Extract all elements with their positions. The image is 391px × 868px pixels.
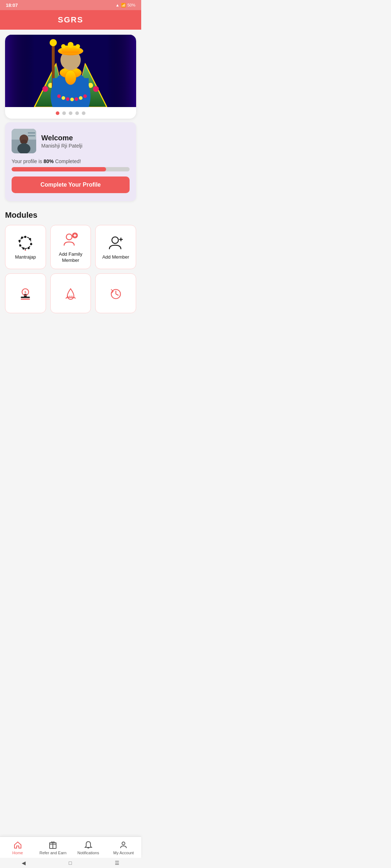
svg-point-43	[24, 236, 26, 238]
dot-3[interactable]	[69, 111, 72, 115]
svg-point-49	[18, 240, 21, 242]
welcome-text: Welcome	[41, 134, 83, 142]
status-icons: ▲ 📶 50%	[115, 3, 135, 8]
deity-illustration	[5, 35, 136, 107]
module-add-member[interactable]: Add Member	[95, 225, 136, 269]
profile-completion-text: Your profile is 80% Completed!	[12, 158, 130, 164]
svg-rect-1	[5, 35, 34, 107]
coin-icon: $	[18, 287, 33, 301]
mala-icon	[17, 235, 33, 251]
svg-point-20	[65, 70, 76, 85]
svg-point-31	[70, 98, 74, 101]
module-water[interactable]	[50, 273, 91, 313]
modules-grid-row1: Mantrajap Add Family Member	[5, 225, 136, 269]
profile-info: Welcome Manishji Rji Patelji	[41, 134, 83, 149]
progress-bar-fill	[12, 167, 106, 171]
banner-pagination	[5, 107, 136, 119]
svg-point-57	[112, 237, 118, 243]
svg-point-7	[42, 86, 48, 92]
add-family-icon	[63, 232, 79, 248]
clock-icon	[109, 287, 123, 301]
svg-point-53	[66, 234, 72, 240]
svg-point-24	[68, 42, 73, 48]
user-name: Manishji Rji Patelji	[41, 143, 83, 149]
add-member-label: Add Member	[102, 254, 129, 260]
module-mantrajap[interactable]: Mantrajap	[5, 225, 46, 269]
svg-point-46	[28, 247, 30, 249]
avatar	[12, 129, 36, 153]
dot-5[interactable]	[82, 111, 85, 115]
dot-2[interactable]	[62, 111, 66, 115]
svg-point-26	[76, 44, 80, 48]
add-member-icon	[108, 235, 124, 251]
svg-point-34	[83, 94, 87, 98]
svg-point-44	[29, 238, 31, 240]
signal-icon: 📶	[121, 3, 126, 8]
app-header: SGRS	[0, 10, 141, 30]
svg-point-29	[62, 96, 65, 100]
main-content: Welcome Manishji Rji Patelji Your profil…	[0, 35, 141, 346]
mantrajap-label: Mantrajap	[15, 254, 36, 260]
svg-point-48	[19, 244, 21, 247]
svg-point-11	[93, 86, 99, 92]
progress-bar	[12, 167, 130, 171]
complete-profile-button[interactable]: Complete Your Profile	[12, 176, 130, 193]
add-family-member-label: Add Family Member	[54, 251, 88, 264]
wifi-icon: ▲	[115, 3, 119, 7]
svg-rect-41	[28, 135, 35, 136]
svg-point-30	[66, 97, 70, 101]
svg-point-25	[61, 44, 66, 48]
module-donation[interactable]: $	[5, 273, 46, 313]
svg-text:$: $	[25, 290, 26, 294]
dot-1[interactable]	[56, 111, 59, 115]
svg-point-47	[22, 247, 25, 250]
svg-rect-40	[28, 132, 35, 133]
svg-point-33	[79, 96, 83, 100]
water-icon	[63, 287, 78, 301]
profile-card: Welcome Manishji Rji Patelji Your profil…	[5, 122, 136, 201]
svg-rect-64	[21, 299, 30, 300]
svg-point-50	[21, 237, 23, 239]
battery-icon: 50%	[127, 3, 135, 7]
modules-section: Modules	[0, 205, 141, 317]
svg-point-32	[75, 97, 78, 101]
svg-point-16	[50, 39, 57, 46]
banner-card	[5, 35, 136, 119]
svg-line-71	[116, 294, 118, 295]
svg-point-28	[57, 94, 61, 98]
modules-grid-row2: $	[5, 273, 136, 313]
svg-point-45	[30, 243, 32, 245]
module-history[interactable]	[95, 273, 136, 313]
app-title: SGRS	[58, 15, 83, 24]
banner-image	[5, 35, 136, 107]
status-bar: 18:07 ▲ 📶 50%	[0, 0, 141, 10]
svg-point-52	[25, 250, 26, 251]
status-time: 18:07	[6, 3, 18, 8]
dot-4[interactable]	[75, 111, 79, 115]
module-add-family-member[interactable]: Add Family Member	[50, 225, 91, 269]
svg-rect-2	[107, 35, 136, 107]
profile-top: Welcome Manishji Rji Patelji	[12, 129, 130, 153]
modules-title: Modules	[5, 210, 136, 220]
